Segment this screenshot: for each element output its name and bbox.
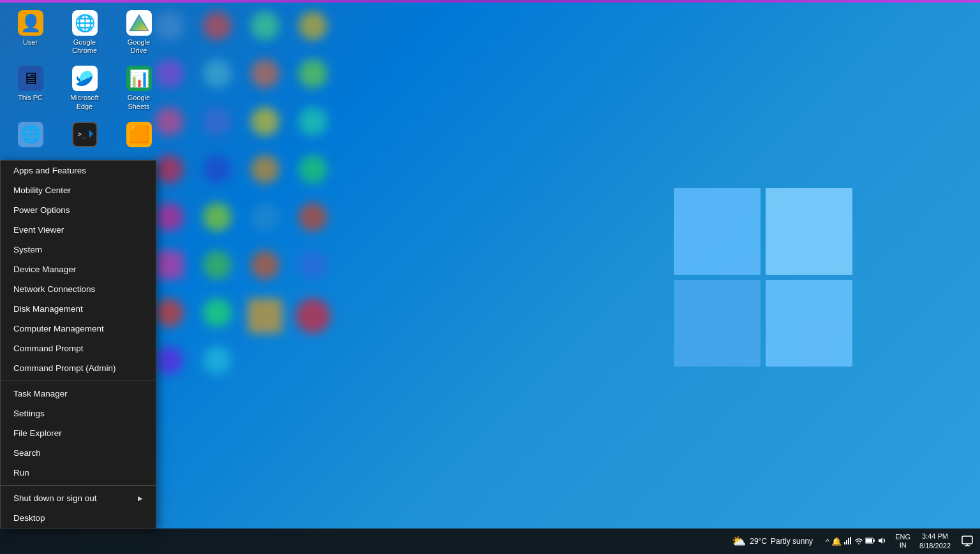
drive-icon-label: Google Drive <box>119 38 159 55</box>
sketch-icon: 🟧 <box>126 122 152 147</box>
desktop-icons-area: 👤 User 🌐 GoogleChrome <box>6 6 166 154</box>
desktop-icon-sketch[interactable]: 🟧 <box>115 118 163 154</box>
svg-marker-12 <box>879 537 882 544</box>
svg-marker-1 <box>130 15 148 31</box>
blurred-icons-area <box>147 6 351 465</box>
svg-rect-10 <box>866 539 872 543</box>
weather-icon: ⛅ <box>732 534 746 548</box>
menu-item-power-options[interactable]: Power Options <box>1 200 156 220</box>
menu-separator-1 <box>1 381 156 381</box>
top-border <box>0 0 980 3</box>
windows-logo <box>674 188 852 367</box>
clock-date: 8/18/2022 <box>919 541 951 551</box>
taskbar: ⛅ 29°C Partly sunny ^ 🔔 <box>0 528 980 554</box>
user-icon-label: User <box>23 38 38 47</box>
svg-rect-13 <box>962 536 972 544</box>
network-icon: 🌐 <box>18 122 43 147</box>
desktop-icon-sheets[interactable]: 📊 Google Sheets <box>115 62 163 114</box>
win-logo-pane-tl <box>674 188 761 275</box>
menu-item-task-manager[interactable]: Task Manager <box>1 384 156 404</box>
svg-rect-7 <box>848 538 849 544</box>
submenu-chevron-icon: ▶ <box>138 495 143 502</box>
win-logo-pane-bl <box>674 280 761 367</box>
weather-desc: Partly sunny <box>771 537 813 546</box>
menu-item-file-explorer[interactable]: File Explorer <box>1 423 156 443</box>
desktop: 👤 User 🌐 GoogleChrome <box>0 0 980 554</box>
menu-item-settings[interactable]: Settings <box>1 404 156 423</box>
thispc-icon: 🖥 <box>18 66 43 91</box>
edge-icon-label: Microsoft Edge <box>64 94 105 110</box>
menu-item-system[interactable]: System <box>1 240 156 259</box>
svg-rect-8 <box>850 537 851 544</box>
win-logo-pane-br <box>766 280 852 367</box>
menu-item-disk-management[interactable]: Disk Management <box>1 299 156 319</box>
menu-item-run[interactable]: Run <box>1 463 156 483</box>
desktop-icon-thispc[interactable]: 🖥 This PC <box>6 62 54 114</box>
terminal-icon: >_ <box>72 122 98 147</box>
context-menu: Apps and Features Mobility Center Power … <box>0 160 156 528</box>
desktop-icon-drive[interactable]: Google Drive <box>115 6 163 59</box>
chrome-icon-label: GoogleChrome <box>72 38 97 55</box>
action-center-icon <box>961 536 973 547</box>
svg-rect-5 <box>844 542 845 544</box>
menu-item-device-manager[interactable]: Device Manager <box>1 259 156 279</box>
tray-volume-icon[interactable] <box>877 536 886 547</box>
taskbar-system-tray: ^ 🔔 <box>822 536 890 547</box>
desktop-icon-user[interactable]: 👤 User <box>6 6 54 59</box>
menu-item-search[interactable]: Search <box>1 443 156 463</box>
desktop-icon-terminal[interactable]: >_ <box>61 118 108 154</box>
sheets-icon-label: Google Sheets <box>119 94 159 110</box>
menu-item-network-connections[interactable]: Network Connections <box>1 279 156 299</box>
drive-icon <box>126 10 152 36</box>
weather-temp: 29°C <box>750 537 767 546</box>
tray-wifi-icon[interactable] <box>854 536 863 547</box>
chrome-icon: 🌐 <box>72 10 98 36</box>
menu-item-command-prompt-admin[interactable]: Command Prompt (Admin) <box>1 358 156 378</box>
svg-rect-6 <box>846 540 847 544</box>
lang-code: ENG <box>895 533 910 541</box>
clock-time: 3:44 PM <box>922 532 948 541</box>
user-icon: 👤 <box>18 10 43 36</box>
menu-item-mobility-center[interactable]: Mobility Center <box>1 180 156 200</box>
menu-item-event-viewer[interactable]: Event Viewer <box>1 220 156 240</box>
edge-icon <box>72 66 98 91</box>
thispc-icon-label: This PC <box>18 94 43 102</box>
taskbar-time-date[interactable]: 3:44 PM 8/18/2022 <box>916 532 954 551</box>
desktop-icon-edge[interactable]: Microsoft Edge <box>61 62 108 114</box>
taskbar-weather[interactable]: ⛅ 29°C Partly sunny <box>725 534 819 548</box>
taskbar-language[interactable]: ENG IN <box>893 533 913 550</box>
lang-region: IN <box>900 541 907 550</box>
tray-notifications-icon[interactable]: 🔔 <box>831 537 842 546</box>
svg-text:>_: >_ <box>78 131 86 138</box>
menu-item-command-prompt[interactable]: Command Prompt <box>1 339 156 358</box>
tray-battery-icon[interactable] <box>865 537 875 546</box>
desktop-icon-network[interactable]: 🌐 <box>6 118 54 154</box>
menu-separator-2 <box>1 485 156 486</box>
menu-item-desktop[interactable]: Desktop <box>1 508 156 528</box>
svg-rect-11 <box>873 539 875 542</box>
tray-network-icon[interactable] <box>843 536 852 547</box>
taskbar-right-area: ⛅ 29°C Partly sunny ^ 🔔 <box>725 528 980 554</box>
menu-item-apps-features[interactable]: Apps and Features <box>1 161 156 180</box>
tray-chevron-icon[interactable]: ^ <box>826 537 829 546</box>
desktop-icon-chrome[interactable]: 🌐 GoogleChrome <box>61 6 108 59</box>
taskbar-action-center[interactable] <box>957 531 977 551</box>
menu-item-computer-management[interactable]: Computer Management <box>1 319 156 339</box>
sheets-icon: 📊 <box>126 66 152 91</box>
menu-item-shutdown[interactable]: Shut down or sign out ▶ <box>1 488 156 508</box>
win-logo-pane-tr <box>766 188 852 275</box>
